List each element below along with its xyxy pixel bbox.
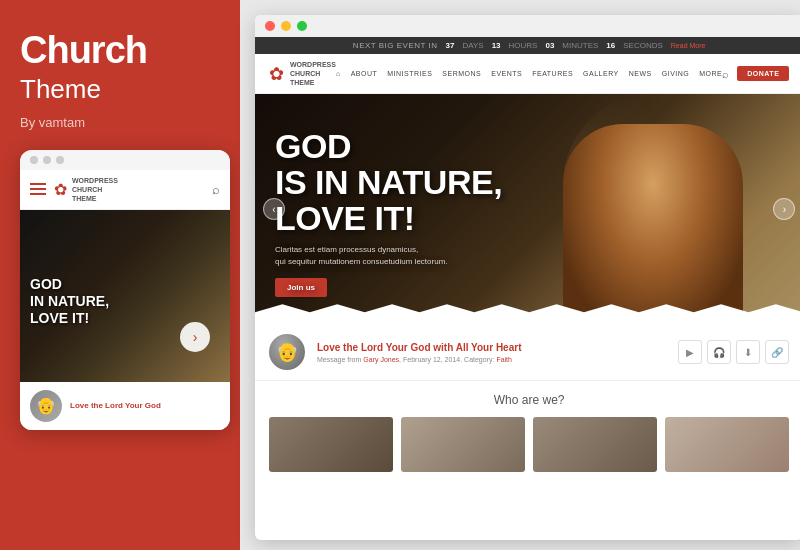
hero-text-block: GOD IS IN NATURE, LOVE IT! Claritas est … — [275, 129, 502, 297]
countdown-seconds-unit: SECONDS — [623, 41, 663, 50]
nav-link-gallery[interactable]: GALLERY — [583, 70, 619, 77]
countdown-minutes: 03 — [545, 41, 554, 50]
sermon-share-button[interactable]: 🔗 — [765, 340, 789, 364]
who-card-2[interactable] — [401, 417, 525, 472]
theme-author: By vamtam — [20, 115, 220, 130]
sermon-row: 👴 Love the Lord Your God with All Your H… — [255, 324, 800, 381]
theme-title: Church — [20, 30, 220, 72]
sermon-category-link[interactable]: Faith — [496, 356, 512, 363]
mobile-hero-text: GODIN NATURE,LOVE IT! — [30, 276, 109, 326]
mobile-logo-text: WORDPRESSCHURCHTHEME — [72, 176, 118, 203]
site-nav-links: ⌂ ABOUT MINISTRIES SERMONS EVENTS FEATUR… — [336, 70, 722, 77]
right-panel: NEXT BIG EVENT IN 37 DAYS 13 HOURS 03 MI… — [240, 0, 800, 550]
sermon-audio-button[interactable]: 🎧 — [707, 340, 731, 364]
sermon-play-button[interactable]: ▶ — [678, 340, 702, 364]
countdown-days: 37 — [446, 41, 455, 50]
sermon-info: Love the Lord Your God with All Your Hea… — [317, 342, 666, 363]
mobile-dot-3 — [56, 156, 64, 164]
nav-link-giving[interactable]: GIVING — [662, 70, 690, 77]
join-button[interactable]: Join us — [275, 278, 327, 297]
nav-link-sermons[interactable]: SERMONS — [442, 70, 481, 77]
who-section: Who are we? — [255, 381, 800, 480]
site-logo-icon: ✿ — [269, 63, 284, 85]
mobile-logo-icon: ✿ — [54, 180, 67, 199]
mobile-dot-2 — [43, 156, 51, 164]
countdown-hours: 13 — [492, 41, 501, 50]
nav-link-about[interactable]: ABOUT — [351, 70, 378, 77]
sermon-actions: ▶ 🎧 ⬇ 🔗 — [678, 340, 789, 364]
mobile-next-arrow[interactable]: › — [180, 322, 210, 352]
who-grid — [269, 417, 789, 472]
site-content: NEXT BIG EVENT IN 37 DAYS 13 HOURS 03 MI… — [255, 37, 800, 540]
mobile-titlebar — [20, 150, 230, 170]
browser-dot-green — [297, 21, 307, 31]
who-card-3[interactable] — [533, 417, 657, 472]
browser-window: NEXT BIG EVENT IN 37 DAYS 13 HOURS 03 MI… — [255, 15, 800, 540]
nav-link-features[interactable]: FEATURES — [532, 70, 573, 77]
who-title: Who are we? — [269, 393, 789, 407]
nav-link-home[interactable]: ⌂ — [336, 70, 341, 77]
countdown-label: NEXT BIG EVENT IN — [353, 41, 438, 50]
hero-next-arrow[interactable]: › — [773, 198, 795, 220]
nav-link-news[interactable]: NEWS — [629, 70, 652, 77]
mobile-sermon-title: Love the Lord Your God — [70, 400, 161, 411]
sermon-meta: Message from Gary Jones, February 12, 20… — [317, 356, 666, 363]
donate-button[interactable]: Donate — [737, 66, 789, 81]
hero-heading-line1: GOD — [275, 127, 351, 165]
nav-link-ministries[interactable]: MINISTRIES — [387, 70, 432, 77]
hero-person-silhouette — [563, 124, 743, 324]
theme-subtitle: Theme — [20, 74, 220, 105]
countdown-seconds: 16 — [606, 41, 615, 50]
hero-heading: GOD IS IN NATURE, LOVE IT! — [275, 129, 502, 236]
site-logo: ✿ WORDPRESSCHURCHTHEME — [269, 60, 336, 87]
countdown-minutes-unit: MINUTES — [562, 41, 598, 50]
site-nav: ✿ WORDPRESSCHURCHTHEME ⌂ ABOUT MINISTRIE… — [255, 54, 800, 94]
mobile-nav: ✿ WORDPRESSCHURCHTHEME ⌕ — [20, 170, 230, 210]
nav-actions: ⌕ Donate — [722, 66, 789, 81]
sermon-author-link[interactable]: Gary Jones — [363, 356, 399, 363]
countdown-read-more[interactable]: Read More — [671, 42, 706, 49]
mobile-sermon-avatar: 👴 — [30, 390, 62, 422]
sermon-avatar: 👴 — [269, 334, 305, 370]
sermon-download-button[interactable]: ⬇ — [736, 340, 760, 364]
hero-person-image — [563, 94, 743, 324]
sermon-title[interactable]: Love the Lord Your God with All Your Hea… — [317, 342, 666, 353]
who-card-4[interactable] — [665, 417, 789, 472]
mobile-preview: ✿ WORDPRESSCHURCHTHEME ⌕ GODIN NATURE,LO… — [20, 150, 230, 430]
who-card-1[interactable] — [269, 417, 393, 472]
mobile-search-icon[interactable]: ⌕ — [212, 182, 220, 197]
countdown-days-unit: DAYS — [462, 41, 483, 50]
hero-heading-line3: LOVE IT! — [275, 199, 415, 237]
hamburger-menu[interactable] — [30, 183, 46, 195]
nav-link-more[interactable]: MORE — [699, 70, 722, 77]
browser-dot-yellow — [281, 21, 291, 31]
mobile-logo: ✿ WORDPRESSCHURCHTHEME — [54, 176, 204, 203]
browser-titlebar — [255, 15, 800, 37]
mobile-sermon-preview: 👴 Love the Lord Your God — [20, 382, 230, 430]
site-logo-text: WORDPRESSCHURCHTHEME — [290, 60, 336, 87]
hero-heading-line2: IS IN NATURE, — [275, 163, 502, 201]
search-icon[interactable]: ⌕ — [722, 68, 729, 80]
hero-prev-arrow[interactable]: ‹ — [263, 198, 285, 220]
left-panel: Church Theme By vamtam ✿ WORDPRESSCHURCH… — [0, 0, 240, 550]
nav-link-events[interactable]: EVENTS — [491, 70, 522, 77]
countdown-bar: NEXT BIG EVENT IN 37 DAYS 13 HOURS 03 MI… — [255, 37, 800, 54]
browser-dot-red — [265, 21, 275, 31]
hero-subtext: Claritas est etiam processus dynamicus,q… — [275, 244, 475, 268]
countdown-hours-unit: HOURS — [509, 41, 538, 50]
site-hero: GOD IS IN NATURE, LOVE IT! Claritas est … — [255, 94, 800, 324]
mobile-dot-1 — [30, 156, 38, 164]
mobile-hero: GODIN NATURE,LOVE IT! › — [20, 210, 230, 382]
